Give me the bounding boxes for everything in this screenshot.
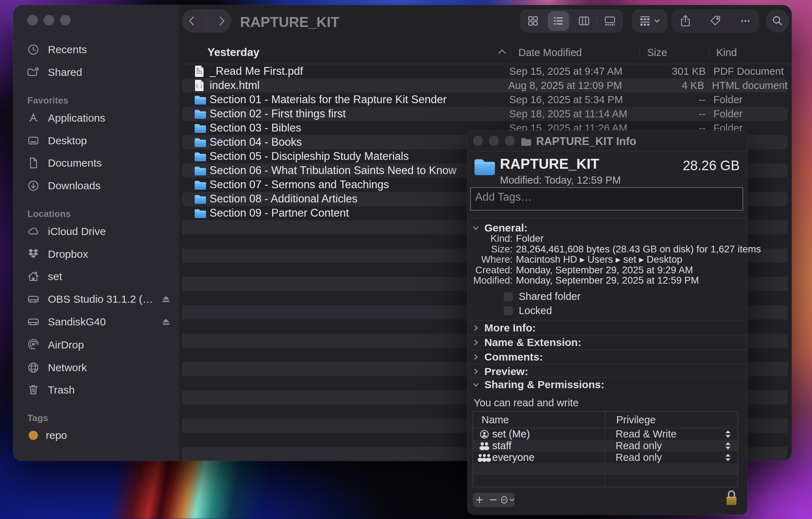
detail-row: Kind: Folder — [467, 233, 743, 244]
privilege-stepper-icon[interactable] — [725, 454, 730, 461]
more-ellipsis-icon[interactable] — [739, 15, 751, 27]
checkbox-unchecked[interactable] — [504, 306, 513, 316]
disclosure-chevron-icon — [472, 339, 479, 346]
file-kind: Folder — [713, 94, 788, 106]
sidebar-section-locations: Locations — [27, 208, 71, 219]
column-header-kind[interactable]: Kind — [716, 47, 737, 58]
permission-privilege[interactable]: Read only — [605, 452, 725, 463]
privilege-stepper-icon[interactable] — [725, 430, 730, 438]
section-label: Preview: — [484, 365, 528, 378]
sidebar-item-shared[interactable]: Shared — [27, 61, 176, 84]
privilege-stepper-icon[interactable] — [725, 442, 730, 450]
sidebar-item-applications[interactable]: Applications — [27, 107, 176, 129]
file-kind: PDF Document — [713, 66, 788, 77]
sharing-permissions-header[interactable]: Sharing & Permissions: — [467, 377, 747, 392]
column-view-button[interactable] — [571, 9, 597, 33]
sidebar-item-trash[interactable]: Trash — [27, 379, 176, 401]
column-divider[interactable] — [511, 45, 511, 59]
tag-color-dot — [29, 431, 38, 440]
lock-icon[interactable] — [725, 488, 738, 508]
group-by-button[interactable] — [632, 9, 667, 33]
gallery-view-button[interactable] — [597, 9, 623, 33]
search-button[interactable] — [766, 9, 789, 33]
group-header-label[interactable]: Yesterday — [207, 46, 260, 59]
general-section-header[interactable]: General: — [472, 222, 528, 234]
more-actions-button[interactable] — [500, 493, 515, 507]
minimize-button[interactable] — [489, 136, 499, 146]
info-titlebar: RAPTURE_KIT Info — [467, 130, 747, 151]
group-by-icon — [639, 15, 651, 27]
sidebar-item-documents[interactable]: Documents — [27, 152, 176, 174]
file-icon — [194, 108, 210, 119]
eject-icon[interactable] — [161, 295, 171, 304]
shared-folder-checkbox-row[interactable]: Shared folder — [504, 291, 580, 302]
sidebar-item-airdrop[interactable]: AirDrop — [27, 334, 176, 356]
zoom-button[interactable] — [60, 15, 71, 26]
table-column-divider — [605, 475, 605, 487]
close-button[interactable] — [27, 15, 38, 26]
sidebar-item-tag-repo[interactable]: repo — [27, 424, 176, 447]
add-tags-input[interactable] — [470, 187, 743, 211]
clock-icon — [27, 43, 40, 56]
detail-value: Monday, September 29, 2025 at 12:59 PM — [516, 275, 699, 286]
locked-checkbox-row[interactable]: Locked — [504, 305, 552, 317]
file-date-modified: Sep 16, 2025 at 5:34 PM — [509, 94, 638, 106]
sidebar-item-network[interactable]: Network — [27, 356, 176, 379]
list-view-button[interactable] — [546, 9, 571, 33]
downloads-icon — [27, 179, 40, 192]
remove-permission-button[interactable] — [486, 493, 500, 507]
info-section-toggle[interactable]: Comments: — [467, 350, 747, 364]
sidebar-item-desktop[interactable]: Desktop — [27, 129, 176, 152]
file-row[interactable]: Section 01 - Materials for the Rapture K… — [182, 93, 788, 107]
sidebar-item-recents[interactable]: Recents — [27, 38, 176, 61]
eject-icon[interactable] — [161, 317, 171, 327]
harddrive-icon — [27, 315, 40, 329]
general-details: Kind: Folder Size: 28,264,461,608 bytes … — [467, 233, 743, 286]
permission-row-staff[interactable]: staff Read only — [473, 440, 738, 452]
icon-view-button[interactable] — [520, 9, 546, 33]
sidebar-item-downloads[interactable]: Downloads — [27, 174, 176, 197]
file-row[interactable]: Section 02 - First things first Sep 18, … — [182, 107, 788, 121]
cloud-icon — [27, 225, 40, 238]
column-header-size[interactable]: Size — [647, 47, 667, 58]
sidebar-item-label: Downloads — [48, 180, 100, 192]
permission-privilege[interactable]: Read & Write — [605, 428, 725, 440]
file-row[interactable]: index.html Aug 8, 2025 at 12:09 PM 4 KB … — [182, 78, 788, 93]
detail-label: Where: — [467, 254, 513, 265]
sidebar-item-label: Trash — [48, 384, 75, 396]
column-header-date[interactable]: Date Modified — [518, 47, 582, 58]
file-icon — [194, 179, 210, 190]
file-size: 4 KB — [637, 80, 712, 91]
permission-privilege[interactable]: Read only — [605, 440, 725, 452]
detail-row: Size: 28,264,461,608 bytes (28.43 GB on … — [467, 244, 743, 255]
share-icon[interactable] — [679, 15, 691, 27]
tag-icon[interactable] — [709, 15, 721, 27]
sidebar-item-home-set[interactable]: set — [27, 265, 176, 288]
file-name: Section 04 - Books — [210, 136, 509, 149]
sidebar-item-icloud-drive[interactable]: iCloud Drive — [27, 220, 176, 243]
forward-chevron-icon[interactable] — [216, 15, 227, 27]
sidebar-item-sandisk-volume[interactable]: SandiskG40 — [27, 311, 176, 333]
back-chevron-icon[interactable] — [187, 15, 197, 27]
file-row[interactable]: _Read Me First.pdf Sep 15, 2025 at 9:47 … — [182, 64, 788, 78]
close-button[interactable] — [473, 136, 483, 146]
zoom-button[interactable] — [505, 136, 515, 146]
perm-column-privilege: Privilege — [605, 414, 656, 426]
file-name: Section 08 - Additional Articles — [210, 192, 509, 205]
permission-row-everyone[interactable]: everyone Read only — [473, 452, 738, 463]
checkbox-unchecked[interactable] — [504, 292, 513, 301]
column-divider[interactable] — [640, 45, 640, 59]
info-item-name: RAPTURE_KIT — [500, 156, 599, 172]
info-section-toggle[interactable]: More Info: — [467, 320, 747, 335]
sidebar-item-obs-volume[interactable]: OBS Studio 31.1.2 (Ap… — [27, 288, 176, 311]
folder-icon — [194, 165, 207, 176]
column-divider[interactable] — [709, 45, 710, 59]
permission-row-me[interactable]: set (Me) Read & Write — [473, 428, 738, 440]
info-section-toggle[interactable]: Preview: — [467, 364, 747, 379]
appstore-icon — [27, 111, 40, 125]
info-section-toggle[interactable]: Name & Extension: — [467, 335, 747, 350]
sidebar-item-dropbox[interactable]: Dropbox — [27, 243, 176, 266]
minimize-button[interactable] — [44, 15, 54, 26]
add-permission-button[interactable] — [473, 493, 486, 507]
file-icon — [194, 79, 210, 92]
